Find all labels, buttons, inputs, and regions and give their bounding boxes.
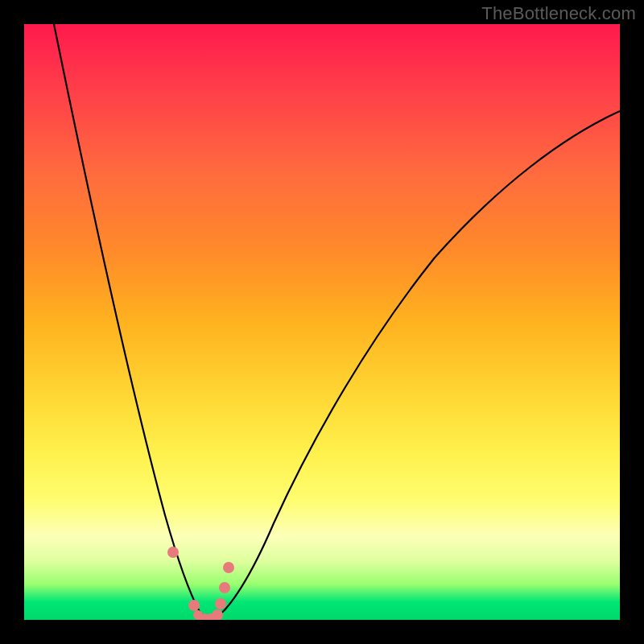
- svg-point-7: [219, 582, 230, 593]
- chart-frame: TheBottleneck.com: [0, 0, 644, 644]
- bottleneck-curve-layer: [24, 24, 620, 620]
- plot-area: [24, 24, 620, 620]
- curve-path: [54, 24, 620, 618]
- attribution-watermark: TheBottleneck.com: [481, 3, 636, 24]
- svg-point-1: [188, 600, 200, 611]
- svg-point-8: [223, 562, 234, 573]
- svg-point-6: [215, 598, 226, 609]
- svg-point-0: [167, 547, 179, 558]
- svg-point-5: [212, 609, 223, 620]
